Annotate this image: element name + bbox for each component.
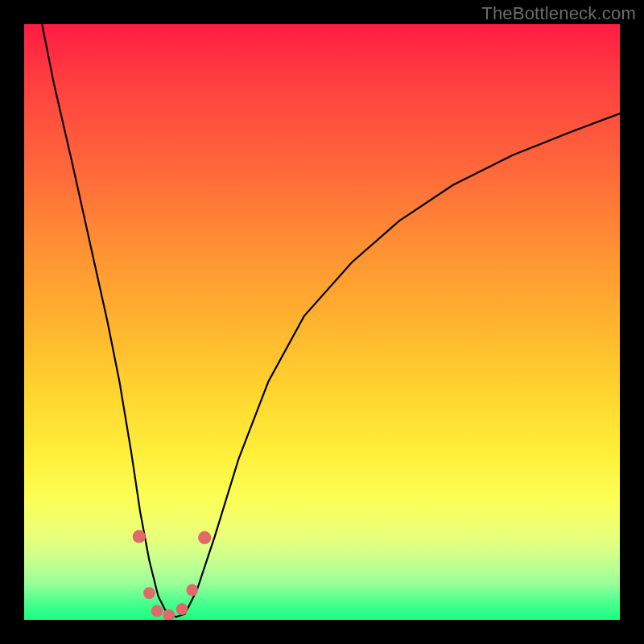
marker-layer [133, 530, 212, 620]
outer-frame: TheBottleneck.com [0, 0, 644, 644]
curve-marker [186, 584, 198, 597]
curve-marker [143, 587, 155, 599]
curve-marker [176, 603, 188, 615]
curve-marker [198, 531, 211, 544]
watermark-text: TheBottleneck.com [481, 3, 636, 24]
plot-area [24, 24, 620, 620]
curve-path [42, 24, 620, 617]
curve-marker [133, 530, 146, 543]
bottleneck-curve [24, 24, 620, 620]
curve-marker [151, 605, 163, 617]
